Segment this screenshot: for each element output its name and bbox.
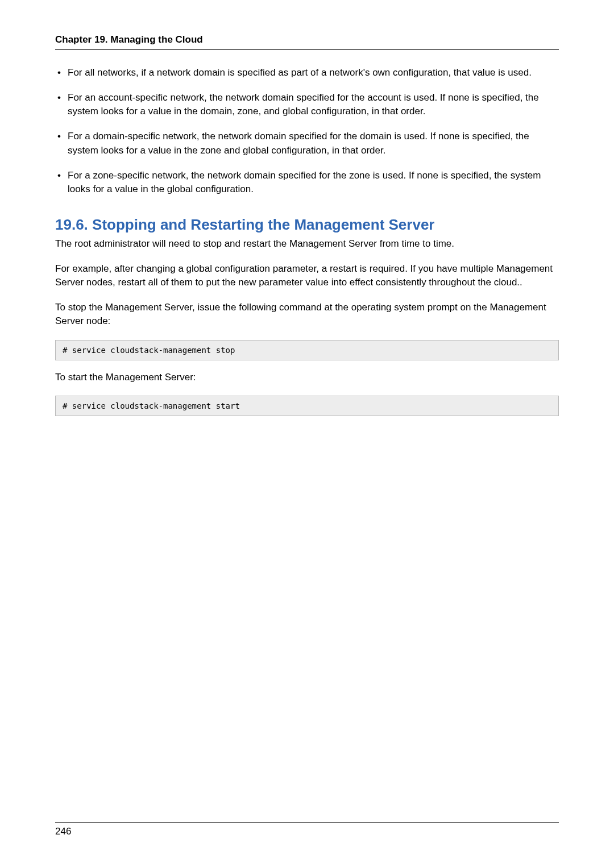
- page-content: Chapter 19. Managing the Cloud For all n…: [0, 0, 614, 416]
- code-block-stop: # service cloudstack-management stop: [55, 340, 559, 360]
- paragraph: For example, after changing a global con…: [55, 262, 559, 289]
- bullet-item: For an account-specific network, the net…: [55, 91, 559, 118]
- bullet-item: For a zone-specific network, the network…: [55, 169, 559, 196]
- page-number: 246: [55, 826, 559, 837]
- bullet-item: For a domain-specific network, the netwo…: [55, 130, 559, 157]
- paragraph: To stop the Management Server, issue the…: [55, 301, 559, 328]
- bullet-item: For all networks, if a network domain is…: [55, 66, 559, 80]
- paragraph: The root administrator will need to stop…: [55, 237, 559, 251]
- chapter-header: Chapter 19. Managing the Cloud: [55, 34, 559, 50]
- code-block-start: # service cloudstack-management start: [55, 396, 559, 416]
- bullet-list: For all networks, if a network domain is…: [55, 66, 559, 196]
- paragraph: To start the Management Server:: [55, 371, 559, 384]
- section-heading: 19.6. Stopping and Restarting the Manage…: [55, 216, 559, 234]
- page-footer: 246: [55, 822, 559, 837]
